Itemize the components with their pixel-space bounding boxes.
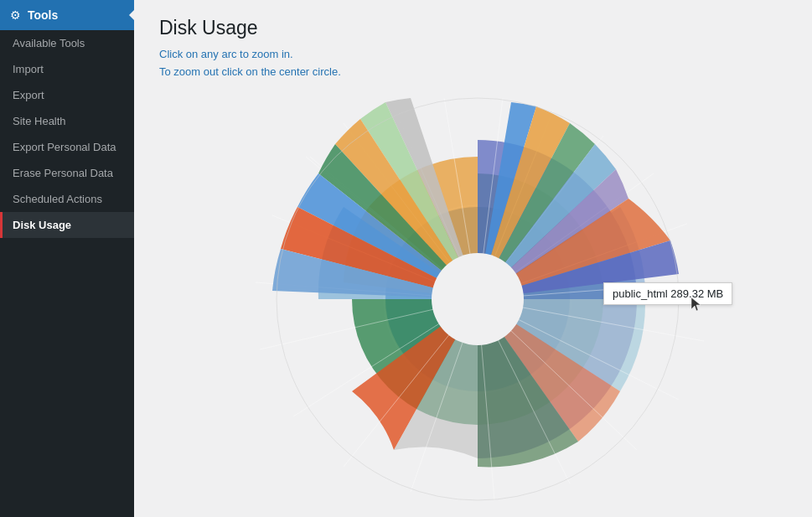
sidebar-item-erase-personal-data[interactable]: Erase Personal Data	[0, 160, 134, 186]
tools-icon: ⚙	[10, 8, 21, 22]
chart-area[interactable]: public_html 289.32 MB	[159, 98, 787, 500]
mouse-cursor	[691, 297, 701, 313]
sidebar-item-site-health[interactable]: Site Health	[0, 108, 134, 134]
sidebar-item-export-personal-data[interactable]: Export Personal Data	[0, 134, 134, 160]
sidebar-item-import[interactable]: Import	[0, 56, 134, 82]
svg-point-24	[432, 253, 524, 345]
sidebar-item-disk-usage[interactable]: Disk Usage	[0, 212, 134, 238]
sidebar-item-tools[interactable]: ⚙ Tools	[0, 0, 134, 30]
tooltip-text: public_html 289.32 MB	[613, 287, 723, 300]
subtitle-line1: Click on any arc to zoom in.	[159, 48, 293, 60]
sidebar-submenu: Available ToolsImportExportSite HealthEx…	[0, 30, 134, 238]
main-content: Disk Usage Click on any arc to zoom in. …	[134, 0, 812, 517]
chart-tooltip: public_html 289.32 MB	[603, 282, 732, 305]
sidebar-item-export[interactable]: Export	[0, 82, 134, 108]
sidebar-item-available-tools[interactable]: Available Tools	[0, 30, 134, 56]
page-title: Disk Usage	[159, 17, 787, 39]
sidebar-item-scheduled-actions[interactable]: Scheduled Actions	[0, 186, 134, 212]
sidebar: ⚙ Tools Available ToolsImportExportSite …	[0, 0, 134, 517]
sidebar-tools-label: Tools	[28, 8, 58, 22]
